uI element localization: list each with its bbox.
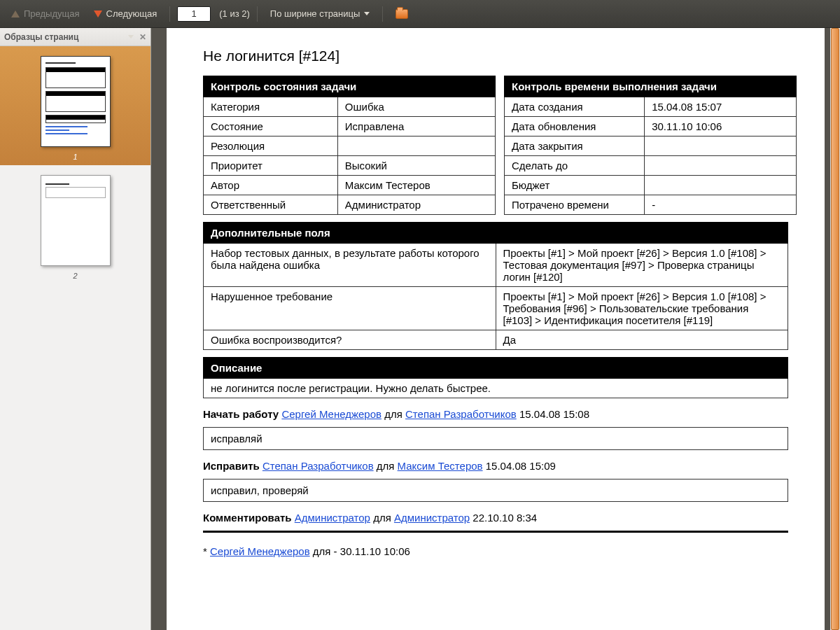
history-from-link[interactable]: Степан Разработчиков bbox=[262, 460, 374, 472]
history-entry: Начать работу Сергей Менеджеров для Степ… bbox=[203, 408, 788, 420]
table-cell bbox=[337, 136, 495, 156]
footer-rest: для - 30.11.10 10:06 bbox=[313, 545, 410, 557]
table-cell: Проекты [#1] > Мой проект [#26] > Версия… bbox=[496, 287, 788, 330]
next-label: Следующая bbox=[106, 8, 158, 19]
history-entry: Исправить Степан Разработчиков для Макси… bbox=[203, 460, 788, 472]
description-table: Описание не логинится после регистрации.… bbox=[203, 357, 788, 398]
arrow-up-icon bbox=[11, 10, 20, 18]
history-for: для bbox=[384, 408, 402, 420]
history-entry: Комментировать Администратор для Админис… bbox=[203, 512, 788, 524]
table-cell bbox=[645, 156, 797, 176]
table-cell: Ответственный bbox=[204, 195, 338, 215]
time-table: Контроль времени выполнения задачи Дата … bbox=[504, 76, 797, 215]
folder-icon bbox=[396, 9, 408, 19]
open-folder-button[interactable] bbox=[390, 6, 414, 22]
table-cell: Набор тестовых данных, в результате рабо… bbox=[204, 244, 496, 287]
footer-line: * Сергей Менеджеров для - 30.11.10 10:06 bbox=[203, 545, 788, 557]
table-cell: Дата обновления bbox=[505, 117, 645, 136]
next-button[interactable]: Следующая bbox=[88, 6, 163, 22]
table-cell: Приоритет bbox=[204, 156, 338, 176]
table-cell: Проекты [#1] > Мой проект [#26] > Версия… bbox=[496, 244, 788, 287]
arrow-down-icon bbox=[94, 10, 102, 18]
table-cell: Сделать до bbox=[505, 156, 645, 176]
thumbnail-preview bbox=[41, 56, 111, 147]
table-cell: Высокий bbox=[337, 156, 495, 176]
table-cell: Автор bbox=[204, 176, 338, 195]
table-cell: Исправлена bbox=[337, 117, 495, 136]
extra-table: Дополнительные поля Набор тестовых данны… bbox=[203, 222, 788, 350]
history-action: Начать работу bbox=[203, 408, 279, 420]
table-cell: Администратор bbox=[337, 195, 495, 215]
history-section: Начать работу Сергей Менеджеров для Степ… bbox=[203, 408, 788, 557]
thumbnail-page-2[interactable]: 2 bbox=[0, 165, 150, 284]
separator bbox=[169, 6, 170, 22]
zoom-select[interactable]: По ширине страницы bbox=[265, 6, 376, 22]
table-cell: Максим Тестеров bbox=[337, 176, 495, 195]
extra-header: Дополнительные поля bbox=[204, 223, 788, 244]
table-cell bbox=[645, 136, 797, 156]
status-table: Контроль состояния задачи КатегорияОшибк… bbox=[203, 76, 496, 215]
description-header: Описание bbox=[204, 358, 788, 379]
page-title: Не логинится [#124] bbox=[203, 48, 788, 64]
chevron-down-icon bbox=[364, 12, 370, 15]
history-body: исправляй bbox=[203, 427, 788, 450]
history-to-link[interactable]: Степан Разработчиков bbox=[405, 408, 517, 420]
history-divider bbox=[203, 531, 788, 533]
table-cell: Категория bbox=[204, 97, 338, 117]
scrollbar-thumb[interactable] bbox=[831, 28, 839, 630]
table-cell: Состояние bbox=[204, 117, 338, 136]
history-timestamp: 22.10.10 8:34 bbox=[472, 512, 537, 524]
separator bbox=[257, 6, 258, 22]
sidebar-menu-icon[interactable] bbox=[128, 35, 134, 38]
table-cell: Бюджет bbox=[505, 176, 645, 195]
history-body: исправил, проверяй bbox=[203, 479, 788, 502]
table-cell: Дата создания bbox=[505, 97, 645, 117]
table-cell: Ошибка воспроизводится? bbox=[204, 330, 496, 350]
table-cell: Дата закрытия bbox=[505, 136, 645, 156]
table-cell: Да bbox=[496, 330, 788, 350]
thumbnail-label: 1 bbox=[0, 153, 150, 161]
status-header: Контроль состояния задачи bbox=[204, 76, 496, 97]
document-viewer[interactable]: Не логинится [#124] Контроль состояния з… bbox=[151, 28, 840, 630]
thumbnail-label: 2 bbox=[0, 272, 150, 280]
sidebar-title: Образцы страниц bbox=[4, 32, 78, 42]
history-action: Исправить bbox=[203, 460, 260, 472]
table-cell: Ошибка bbox=[337, 97, 495, 117]
thumbnail-preview bbox=[41, 175, 111, 266]
table-cell: 30.11.10 10:06 bbox=[645, 117, 797, 136]
page-number-input[interactable] bbox=[177, 6, 211, 22]
history-from-link[interactable]: Сергей Менеджеров bbox=[281, 408, 382, 420]
prev-button[interactable]: Предыдущая bbox=[6, 6, 85, 22]
scrollbar[interactable] bbox=[830, 28, 840, 630]
table-cell: Потрачено времени bbox=[505, 195, 645, 215]
history-timestamp: 15.04.08 15:09 bbox=[486, 460, 556, 472]
time-header: Контроль времени выполнения задачи bbox=[505, 76, 797, 97]
history-action: Комментировать bbox=[203, 512, 292, 524]
table-cell: Резолюция bbox=[204, 136, 338, 156]
history-for: для bbox=[373, 512, 391, 524]
footer-star: * bbox=[203, 545, 207, 557]
table-cell: - bbox=[645, 195, 797, 215]
sidebar-header: Образцы страниц ✕ bbox=[0, 28, 150, 46]
history-to-link[interactable]: Администратор bbox=[394, 512, 470, 524]
close-icon[interactable]: ✕ bbox=[139, 32, 146, 42]
footer-user-link[interactable]: Сергей Менеджеров bbox=[210, 545, 310, 557]
description-text: не логинится после регистрации. Нужно де… bbox=[204, 379, 788, 398]
document-page: Не логинится [#124] Контроль состояния з… bbox=[167, 28, 825, 630]
history-to-link[interactable]: Максим Тестеров bbox=[398, 460, 483, 472]
thumbnail-list: 1 2 bbox=[0, 46, 150, 630]
history-from-link[interactable]: Администратор bbox=[295, 512, 370, 524]
separator bbox=[382, 6, 383, 22]
table-cell bbox=[645, 176, 797, 195]
thumbnail-page-1[interactable]: 1 bbox=[0, 46, 150, 165]
page-count-label: (1 из 2) bbox=[219, 8, 250, 19]
thumbnails-sidebar: Образцы страниц ✕ bbox=[0, 28, 151, 630]
toolbar: Предыдущая Следующая (1 из 2) По ширине … bbox=[0, 0, 840, 28]
table-cell: Нарушенное требование bbox=[204, 287, 496, 330]
prev-label: Предыдущая bbox=[24, 8, 80, 19]
history-timestamp: 15.04.08 15:08 bbox=[519, 408, 589, 420]
zoom-label: По ширине страницы bbox=[270, 8, 360, 19]
history-for: для bbox=[377, 460, 395, 472]
table-cell: 15.04.08 15:07 bbox=[645, 97, 797, 117]
